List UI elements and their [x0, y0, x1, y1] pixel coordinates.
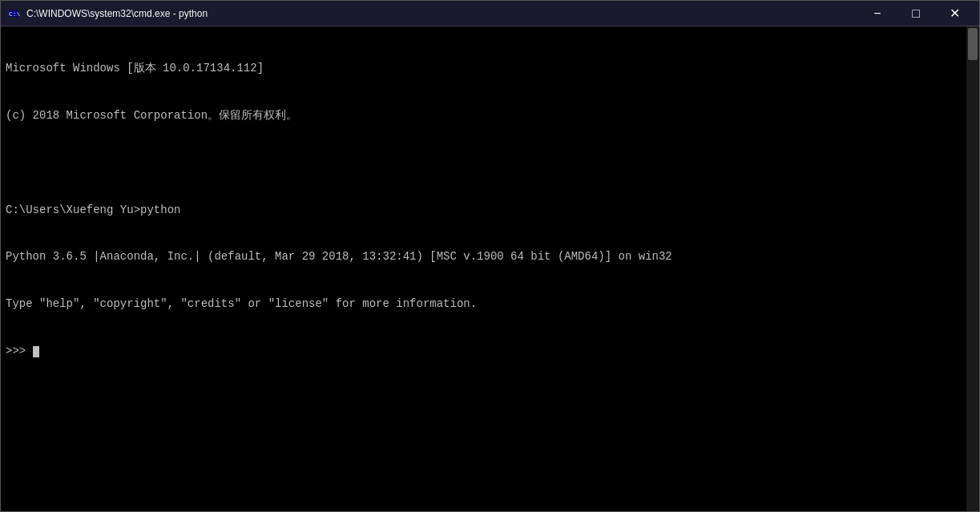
console-line-5: Python 3.6.5 |Anaconda, Inc.| (default, …	[6, 249, 974, 265]
svg-text:C:\: C:\	[9, 10, 20, 18]
title-bar-left: C:\ C:\WINDOWS\system32\cmd.exe - python	[7, 7, 208, 20]
console-output: Microsoft Windows [版本 10.0.17134.112] (c…	[6, 30, 974, 391]
minimize-button[interactable]: −	[859, 1, 896, 26]
console-line-7: >>>	[6, 344, 974, 360]
console-line-4: C:\Users\Xuefeng Yu>python	[6, 203, 974, 219]
close-button[interactable]: ✕	[936, 1, 973, 26]
console-line-3	[6, 155, 974, 171]
title-bar: C:\ C:\WINDOWS\system32\cmd.exe - python…	[1, 1, 979, 26]
title-bar-title: C:\WINDOWS\system32\cmd.exe - python	[26, 8, 208, 19]
console-line-6: Type "help", "copyright", "credits" or "…	[6, 296, 974, 312]
console-line-2: (c) 2018 Microsoft Corporation。保留所有权利。	[6, 108, 974, 124]
console-line-1: Microsoft Windows [版本 10.0.17134.112]	[6, 61, 974, 77]
cmd-icon: C:\	[7, 7, 20, 20]
title-bar-controls: − □ ✕	[859, 1, 973, 26]
scrollbar-thumb[interactable]	[968, 28, 978, 60]
console-area[interactable]: Microsoft Windows [版本 10.0.17134.112] (c…	[1, 26, 979, 511]
cmd-window: C:\ C:\WINDOWS\system32\cmd.exe - python…	[0, 0, 980, 512]
maximize-button[interactable]: □	[897, 1, 934, 26]
scrollbar[interactable]	[966, 26, 979, 511]
cursor	[33, 346, 39, 357]
